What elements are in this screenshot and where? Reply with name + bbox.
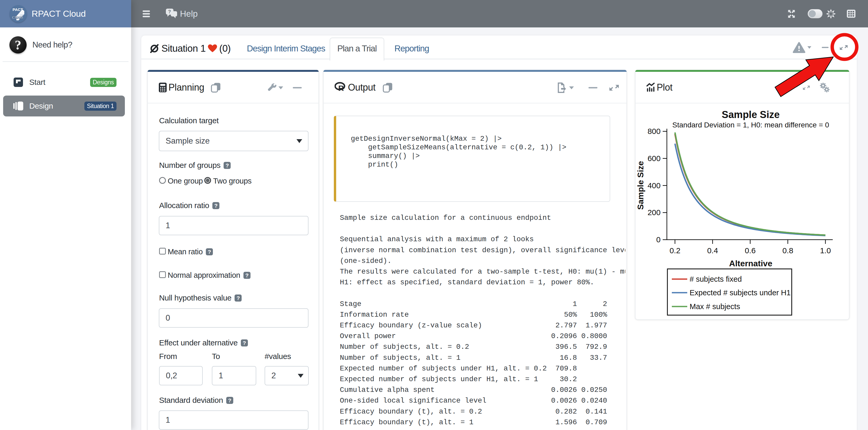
svg-text:Sample Size: Sample Size — [636, 161, 645, 210]
svg-text:Standard Deviation = 1, H0: me: Standard Deviation = 1, H0: mean differe… — [672, 121, 829, 129]
svg-text:PACT: PACT — [12, 7, 23, 12]
svg-text:Alternative: Alternative — [729, 259, 772, 268]
svg-text:R: R — [338, 84, 344, 92]
svg-text:0.6: 0.6 — [745, 246, 756, 255]
svg-text:1.0: 1.0 — [820, 246, 831, 255]
svg-text:0: 0 — [656, 235, 660, 244]
svg-text:0.2: 0.2 — [670, 246, 680, 255]
svg-text:400: 400 — [648, 181, 660, 190]
svg-text:Expected # subjects under H1: Expected # subjects under H1 — [690, 289, 791, 297]
svg-text:0.8: 0.8 — [782, 246, 793, 255]
svg-text:800: 800 — [648, 127, 660, 135]
svg-text:Max # subjects: Max # subjects — [690, 302, 740, 311]
svg-text:?: ? — [168, 9, 171, 14]
svg-text:200: 200 — [648, 208, 660, 217]
svg-text:Cloud: Cloud — [12, 15, 23, 20]
svg-text:Sample Size: Sample Size — [722, 109, 780, 120]
svg-text:# subjects fixed: # subjects fixed — [690, 275, 742, 283]
svg-text:0.4: 0.4 — [707, 246, 718, 255]
svg-text:600: 600 — [648, 154, 660, 163]
